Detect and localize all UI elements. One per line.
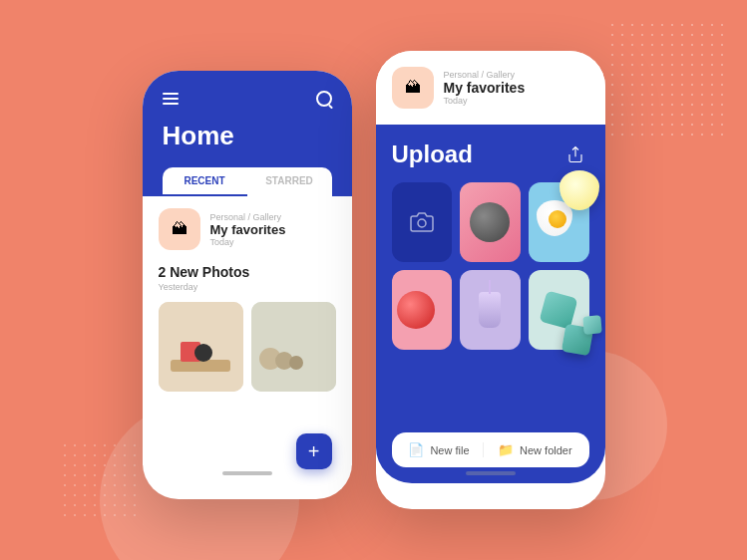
- grid-cell-egg[interactable]: [529, 182, 589, 262]
- red-ball: [397, 291, 435, 329]
- photo-thumb-1[interactable]: [159, 302, 243, 392]
- photo-thumb-2[interactable]: [251, 302, 336, 392]
- tabs-bar: RECENT STARRED: [163, 167, 332, 196]
- upload-mountain-icon: 🏔: [405, 79, 421, 97]
- share-icon: [566, 145, 584, 163]
- photos-grid: [159, 302, 336, 392]
- upload-file-date: Today: [444, 96, 526, 106]
- svg-point-0: [418, 219, 426, 227]
- file-icon: 📄: [408, 442, 424, 457]
- phone-home: Home RECENT STARRED 🏔 Personal / Gallery…: [143, 71, 352, 499]
- upload-bottom-bar: 📄 New file 📁 New folder: [392, 432, 589, 467]
- hamburger-icon[interactable]: [163, 93, 179, 105]
- new-folder-label: New folder: [520, 444, 572, 456]
- tab-starred[interactable]: STARRED: [247, 175, 332, 196]
- upload-top: 🏔 Personal / Gallery My favorites Today: [376, 51, 605, 125]
- section-subtitle: Yesterday: [159, 282, 336, 292]
- upload-body: Upload: [376, 125, 605, 483]
- hamburger-line-3: [163, 103, 179, 105]
- upload-file-name: My favorites: [444, 80, 526, 96]
- grid-cell-pink-ball[interactable]: [460, 182, 521, 262]
- phones-container: Home RECENT STARRED 🏔 Personal / Gallery…: [143, 51, 605, 509]
- upload-header-row: Upload: [392, 140, 589, 168]
- file-item-favorites[interactable]: 🏔 Personal / Gallery My favorites Today: [159, 208, 336, 250]
- fab-button[interactable]: +: [296, 433, 332, 469]
- camera-cell: [392, 182, 453, 262]
- hamburger-line-2: [163, 98, 179, 100]
- camera-icon: [410, 210, 434, 234]
- new-folder-button[interactable]: 📁 New folder: [498, 442, 572, 457]
- search-icon[interactable]: [316, 91, 332, 107]
- home-topbar: [163, 91, 332, 107]
- upload-file-meta: Personal / Gallery My favorites Today: [444, 70, 526, 106]
- new-file-button[interactable]: 📄 New file: [408, 442, 469, 457]
- new-file-label: New file: [430, 444, 469, 456]
- phone-upload: 🏔 Personal / Gallery My favorites Today …: [376, 51, 605, 509]
- home-indicator: [222, 471, 272, 475]
- file-icon-box: 🏔: [159, 208, 200, 250]
- art-obj-black: [194, 344, 212, 362]
- folder-icon: 📁: [498, 442, 514, 457]
- hamburger-line-1: [163, 93, 179, 95]
- upload-home-indicator: [466, 471, 516, 475]
- art-scene-2: [251, 302, 336, 392]
- pink-ball-cell: [460, 182, 521, 262]
- tab-recent[interactable]: RECENT: [163, 175, 247, 196]
- art-sphere-3: [289, 356, 303, 370]
- shake-cup: [479, 292, 501, 328]
- shake-cell: [460, 270, 521, 350]
- share-button[interactable]: [561, 140, 589, 168]
- upload-title: Upload: [392, 140, 473, 168]
- home-title: Home: [163, 121, 332, 151]
- divider: [483, 442, 484, 457]
- floating-boxes-3d: [554, 316, 601, 364]
- section-title: 2 New Photos: [159, 264, 336, 280]
- photo-grid: [392, 182, 589, 350]
- upload-file-item[interactable]: 🏔 Personal / Gallery My favorites Today: [392, 67, 589, 109]
- file-path: Personal / Gallery: [210, 212, 336, 222]
- box-small: [582, 315, 602, 335]
- mountain-icon: 🏔: [172, 220, 187, 238]
- upload-file-path: Personal / Gallery: [444, 70, 526, 80]
- file-meta: Personal / Gallery My favorites Today: [210, 212, 336, 247]
- grid-cell-red-ball[interactable]: [392, 270, 453, 350]
- straw: [489, 280, 491, 294]
- file-name: My favorites: [210, 222, 336, 237]
- upload-file-icon-box: 🏔: [392, 67, 434, 109]
- grid-cell-camera[interactable]: [392, 182, 453, 262]
- art-scene-1: [159, 302, 243, 392]
- art-table: [171, 360, 230, 372]
- grid-cell-teal[interactable]: [529, 270, 589, 350]
- home-body: 🏔 Personal / Gallery My favorites Today …: [143, 196, 352, 465]
- home-header: Home RECENT STARRED: [143, 71, 352, 196]
- file-date: Today: [210, 237, 336, 247]
- red-ball-cell: [392, 270, 453, 350]
- grey-ball: [470, 202, 510, 242]
- grid-cell-shake[interactable]: [460, 270, 521, 350]
